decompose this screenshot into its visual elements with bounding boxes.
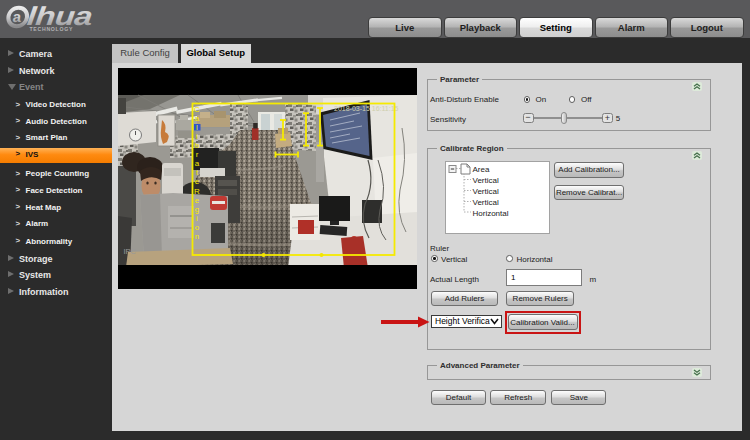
svg-text:a: a	[12, 9, 23, 26]
svg-text:i: i	[196, 214, 198, 223]
svg-text:2018-03-15 16:11:15: 2018-03-15 16:11:15	[334, 105, 399, 112]
svg-text:g: g	[194, 205, 198, 214]
svg-text:IPC: IPC	[123, 247, 136, 256]
svg-text:a: a	[194, 159, 199, 168]
svg-text:o: o	[194, 223, 199, 232]
svg-text:r: r	[195, 150, 198, 159]
svg-text:l: l	[196, 123, 198, 132]
svg-text:i: i	[196, 132, 198, 141]
svg-text:e: e	[194, 177, 199, 186]
svg-text:b: b	[194, 141, 199, 150]
svg-text:n: n	[194, 232, 198, 241]
svg-text:TECHNOLOGY: TECHNOLOGY	[30, 26, 74, 32]
svg-text:R: R	[194, 187, 200, 196]
svg-text:C: C	[194, 105, 200, 114]
svg-text:e: e	[194, 196, 199, 205]
svg-text:a: a	[194, 114, 199, 123]
